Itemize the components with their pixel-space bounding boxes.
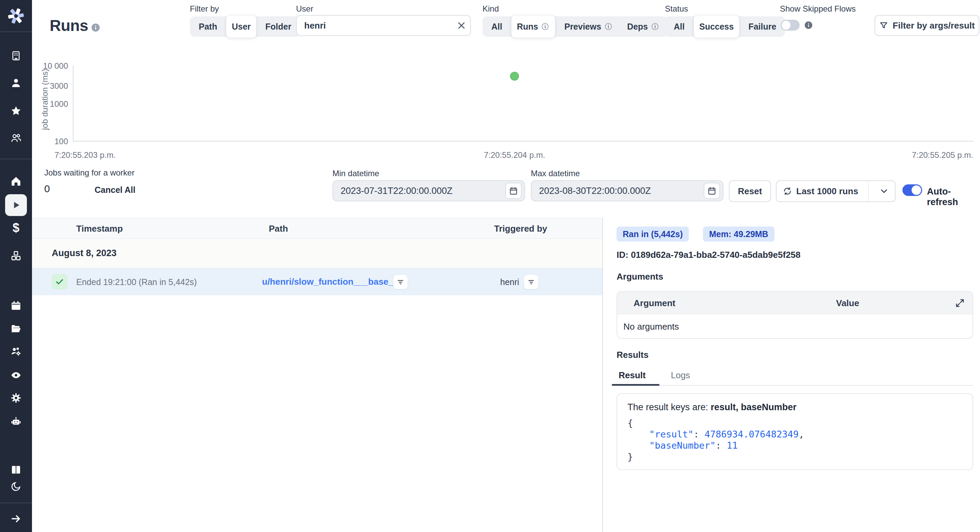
windmill-logo-icon: [6, 6, 25, 25]
chart-x-axis: [73, 141, 973, 141]
moon-icon: [11, 481, 21, 492]
runs-table-header: Timestamp Path Triggered by: [32, 218, 602, 239]
sidebar-item-docs[interactable]: [0, 463, 32, 476]
arrow-right-icon: [10, 513, 22, 524]
building-icon: [10, 50, 22, 62]
calendar-picker-icon[interactable]: [505, 183, 522, 199]
status-all[interactable]: All: [668, 16, 690, 37]
home-icon: [10, 176, 22, 187]
success-status-chip: [52, 274, 67, 289]
chart-y-axis: [73, 65, 73, 141]
expand-icon[interactable]: [955, 298, 965, 308]
tab-result[interactable]: Result: [617, 370, 648, 385]
runs-info-icon[interactable]: [91, 22, 101, 33]
filter-args-label: Filter by args/result: [892, 21, 975, 31]
last-runs-dropdown[interactable]: [873, 180, 895, 202]
json-close-brace: }: [627, 451, 962, 462]
kind-all[interactable]: All: [486, 16, 508, 37]
sidebar-item-schedules[interactable]: [0, 299, 32, 312]
windmill-logo[interactable]: [0, 0, 32, 32]
sidebar-item-settings[interactable]: [0, 391, 32, 405]
clear-user-filter-icon[interactable]: [455, 19, 468, 32]
tab-logs[interactable]: Logs: [669, 370, 692, 385]
sidebar-item-resources[interactable]: [0, 249, 32, 263]
y-tick-10000: 10 000: [0, 61, 68, 71]
filter-by-group: Path User Folder: [190, 16, 300, 37]
argument-col-header: Argument: [633, 292, 675, 314]
toggle-knob: [782, 21, 791, 30]
memory-badge: Mem: 49.29MB: [703, 227, 775, 241]
y-tick-3000: 3000: [0, 81, 68, 91]
kind-runs[interactable]: Runs: [511, 15, 556, 38]
robot-icon: [10, 416, 22, 427]
user-filter-input[interactable]: [296, 15, 471, 36]
col-timestamp: Timestamp: [76, 218, 123, 239]
calendar-picker-icon[interactable]: [704, 183, 720, 199]
status-success[interactable]: Success: [694, 15, 740, 38]
sidebar: $: [0, 0, 32, 532]
run-row[interactable]: Ended 19:21:00 (Ran in 5,442s) u/henri/s…: [32, 268, 602, 295]
info-icon: [541, 22, 550, 31]
cubes-icon: [10, 250, 22, 262]
sidebar-item-folders[interactable]: [0, 322, 32, 335]
min-datetime-value: 2023-07-31T22:00:00.000Z: [340, 186, 453, 196]
sidebar-divider: [0, 159, 32, 159]
active-tab-underline: [612, 384, 659, 386]
funnel-icon: [879, 21, 888, 30]
filter-by-folder[interactable]: Folder: [260, 16, 297, 37]
run-duration-dot[interactable]: [510, 72, 519, 81]
arguments-heading: Arguments: [617, 272, 663, 282]
last-runs-button[interactable]: Last 1000 runs: [776, 180, 896, 202]
filter-by-user[interactable]: User: [226, 15, 256, 38]
col-path: Path: [269, 218, 288, 239]
auto-refresh-toggle[interactable]: [902, 184, 922, 196]
sidebar-item-audit-logs[interactable]: [0, 368, 32, 382]
last-runs-label: Last 1000 runs: [796, 186, 858, 197]
sidebar-item-workers[interactable]: [0, 415, 32, 429]
show-skipped-toggle[interactable]: [781, 20, 800, 31]
sidebar-expand-button[interactable]: [0, 512, 32, 526]
filter-by-path[interactable]: Path: [193, 16, 223, 37]
sidebar-item-workspace[interactable]: [0, 49, 32, 63]
filter-by-path-chip[interactable]: [393, 275, 408, 289]
kind-deps-label: Deps: [627, 22, 648, 32]
y-tick-1000: 1000: [0, 99, 68, 109]
result-box: The result keys are: result, baseNumber …: [617, 393, 973, 470]
x-tick-right: 7:20:55.205 p.m.: [837, 150, 973, 160]
date-group-row: August 8, 2023: [32, 239, 602, 268]
sidebar-item-runs-selected[interactable]: [5, 194, 27, 216]
min-datetime-input[interactable]: 2023-07-31T22:00:00.000Z: [332, 180, 525, 202]
status-failure[interactable]: Failure: [743, 16, 782, 37]
kind-previews[interactable]: Previews: [559, 16, 618, 37]
x-tick-left: 7:20:55.203 p.m.: [54, 150, 116, 160]
kind-label: Kind: [482, 4, 499, 14]
reset-button[interactable]: Reset: [729, 180, 771, 202]
gear-icon: [10, 392, 22, 404]
sidebar-item-home[interactable]: [0, 175, 32, 188]
kind-deps[interactable]: Deps: [622, 16, 665, 37]
kind-previews-label: Previews: [564, 22, 601, 32]
sidebar-item-groups[interactable]: [0, 345, 32, 358]
toggle-knob: [912, 186, 921, 195]
date-group-label: August 8, 2023: [52, 248, 117, 259]
chevron-down-icon: [879, 186, 889, 196]
reset-label: Reset: [738, 186, 762, 197]
auto-refresh-label: Auto-refresh: [927, 186, 980, 208]
run-path-link[interactable]: u/henri/slow_function___base_11: [262, 276, 402, 287]
sidebar-item-variables[interactable]: $: [0, 221, 32, 235]
results-heading: Results: [617, 350, 649, 360]
result-summary: The result keys are: result, baseNumber: [627, 402, 962, 413]
show-skipped-label: Show Skipped Flows: [780, 4, 856, 14]
play-icon: [10, 199, 22, 211]
info-icon[interactable]: [804, 21, 813, 30]
max-datetime-input[interactable]: 2023-08-30T22:00:00.000Z: [531, 180, 724, 202]
filter-by-user-chip[interactable]: [524, 275, 538, 289]
sidebar-item-theme[interactable]: [0, 480, 32, 493]
last-runs-main[interactable]: Last 1000 runs: [776, 180, 864, 202]
cancel-all-button[interactable]: Cancel All: [95, 185, 135, 195]
button-divider: [869, 180, 869, 202]
runs-page: $: [0, 0, 980, 532]
no-arguments-text: No arguments: [624, 321, 679, 332]
filter-args-button[interactable]: Filter by args/result: [875, 15, 979, 36]
filter-by-label: Filter by: [190, 4, 219, 14]
